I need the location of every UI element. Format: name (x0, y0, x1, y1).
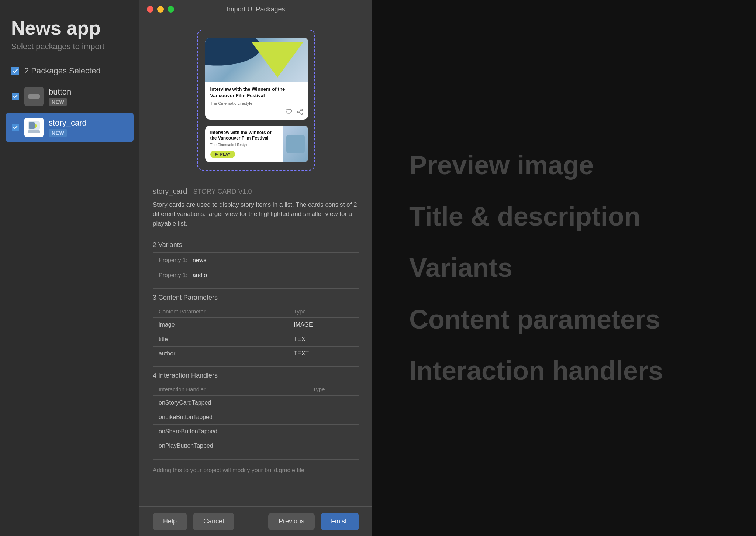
content-param-type-title: TEXT (288, 332, 359, 347)
packages-header: 2 Packages Selected (0, 59, 139, 82)
content-param-name-image: image (153, 318, 288, 332)
variants-count-label: 2 Variants (153, 241, 359, 249)
interaction-type-storycard (307, 396, 359, 410)
finish-button[interactable]: Finish (321, 513, 359, 530)
right-panel-variants: Variants (409, 253, 719, 282)
footnote: Adding this to your project will modify … (153, 459, 359, 477)
content-param-type-image: IMAGE (288, 318, 359, 332)
svg-point-5 (301, 109, 303, 111)
interaction-type-play (307, 439, 359, 453)
cancel-button[interactable]: Cancel (193, 513, 234, 530)
all-packages-checkbox[interactable] (11, 67, 19, 75)
packages-selected-label: 2 Packages Selected (24, 66, 101, 76)
help-button[interactable]: Help (153, 513, 187, 530)
interaction-type-share (307, 425, 359, 439)
svg-line-8 (299, 112, 301, 113)
package-icon-button (24, 87, 44, 106)
interaction-row-storycard: onStoryCardTapped (153, 396, 359, 410)
app-title: News app (11, 18, 128, 39)
package-name-storycard: story_card (49, 118, 128, 128)
variant-prop-1: Property 1: (159, 257, 191, 263)
sidebar: News app Select packages to import 2 Pac… (0, 0, 139, 536)
package-item-button[interactable]: button NEW (6, 82, 134, 111)
play-button[interactable]: PLAY (210, 151, 235, 158)
svg-rect-0 (28, 94, 40, 99)
main-dialog: Import UI Packages Interview with the Wi… (139, 0, 372, 536)
right-panel-preview-image: Preview image (409, 151, 719, 180)
play-label: PLAY (220, 152, 231, 157)
right-panel-content-params: Content parameters (409, 305, 719, 334)
details-version: STORY CARD V1.0 (193, 188, 252, 196)
share-icon (297, 109, 303, 115)
right-panel: Preview image Title & description Varian… (372, 0, 756, 536)
card-audio-thumb-shape (286, 135, 305, 153)
svg-point-6 (297, 111, 299, 113)
content-param-type-author: TEXT (288, 347, 359, 361)
maximize-button[interactable] (168, 6, 174, 13)
sidebar-header: News app Select packages to import (0, 0, 139, 59)
card-image (205, 38, 308, 82)
package-item-storycard[interactable]: story_card NEW (6, 113, 134, 142)
package-checkbox-button[interactable] (12, 93, 19, 100)
details-header: story_card STORY CARD V1.0 (153, 187, 359, 196)
package-name-button: button (49, 87, 128, 97)
card-shape-yellow (252, 42, 303, 78)
interaction-col-header: Interaction Handler (153, 383, 307, 396)
card-title-news: Interview with the Winners of the Vancou… (210, 86, 303, 99)
content-params-count-label: 3 Content Parameters (153, 294, 359, 302)
interaction-handler-storycard: onStoryCardTapped (153, 396, 307, 410)
titlebar: Import UI Packages (139, 0, 372, 18)
interaction-handler-share: onShareButtonTapped (153, 425, 307, 439)
card-audio-author: The Cinematic Lifestyle (210, 143, 277, 147)
svg-line-9 (299, 110, 301, 111)
card-audio-body: Interview with the Winners of the Vancou… (205, 126, 283, 162)
svg-rect-2 (28, 130, 40, 133)
card-image-bg (205, 38, 308, 82)
variant-prop-2: Property 1: (159, 272, 191, 278)
close-button[interactable] (147, 6, 153, 13)
interaction-handler-play: onPlayButtonTapped (153, 439, 307, 453)
traffic-lights (147, 6, 174, 13)
variant-val-audio: audio (193, 272, 207, 278)
heart-icon (286, 109, 292, 115)
variant-row-audio: Property 1: audio (153, 268, 359, 283)
content-params-table: Content Parameter Type image IMAGE title… (153, 305, 359, 361)
svg-marker-10 (215, 153, 218, 156)
right-panel-interaction-handlers: Interaction handlers (409, 356, 719, 385)
variants-list: Property 1: news Property 1: audio (153, 252, 359, 283)
content-param-row-title: title TEXT (153, 332, 359, 347)
story-card-news: Interview with the Winners of the Vancou… (205, 38, 308, 120)
details-pkg-name: story_card (153, 187, 187, 196)
package-checkbox-storycard[interactable] (12, 124, 19, 131)
package-list: button NEW (0, 82, 139, 536)
divider-variants (153, 236, 359, 236)
package-badge-button: NEW (49, 98, 67, 106)
previous-button[interactable]: Previous (268, 513, 315, 530)
preview-container: Interview with the Winners of the Vancou… (197, 30, 315, 171)
card-author-news: The Cinematic Lifestyle (210, 101, 303, 106)
interaction-row-share: onShareButtonTapped (153, 425, 359, 439)
details-description: Story cards are used to display story it… (153, 200, 359, 229)
content-param-name-author: author (153, 347, 288, 361)
card-audio-thumbnail (283, 126, 308, 162)
content-param-row-author: author TEXT (153, 347, 359, 361)
content-param-row-image: image IMAGE (153, 318, 359, 332)
variant-row-news: Property 1: news (153, 252, 359, 268)
interaction-row-play: onPlayButtonTapped (153, 439, 359, 453)
svg-rect-3 (29, 122, 35, 129)
details-section: story_card STORY CARD V1.0 Story cards a… (139, 178, 372, 506)
card-actions (210, 109, 303, 115)
minimize-button[interactable] (157, 6, 164, 13)
divider-interaction-handlers (153, 366, 359, 367)
content-type-col-header: Type (288, 305, 359, 318)
interaction-handlers-table: Interaction Handler Type onStoryCardTapp… (153, 383, 359, 453)
variant-val-news: news (193, 257, 206, 263)
package-info-storycard: story_card NEW (49, 118, 128, 137)
package-info-button: button NEW (49, 87, 128, 106)
interaction-handlers-count-label: 4 Interaction Handlers (153, 372, 359, 379)
story-card-audio: Interview with the Winners of the Vancou… (205, 126, 308, 162)
divider-content-params (153, 288, 359, 289)
interaction-row-like: onLikeButtonTapped (153, 410, 359, 425)
package-icon-storycard (24, 118, 44, 137)
window-title: Import UI Packages (227, 6, 285, 13)
